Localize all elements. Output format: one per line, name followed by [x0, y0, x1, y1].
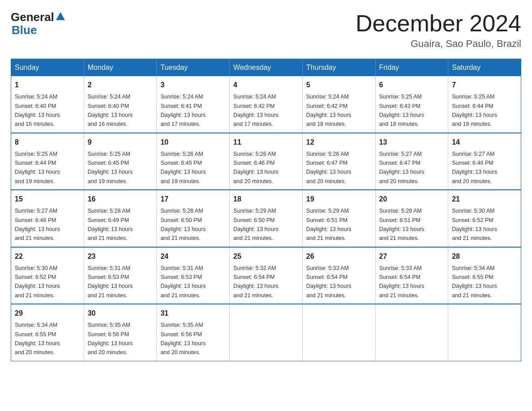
table-row: 31 Sunrise: 5:35 AM Sunset: 6:56 PM Dayl… [157, 304, 230, 361]
table-row: 5 Sunrise: 5:24 AM Sunset: 6:42 PM Dayli… [302, 76, 375, 133]
day-number: 8 [15, 137, 80, 148]
day-info: Sunrise: 5:29 AM Sunset: 6:51 PM Dayligh… [379, 208, 425, 241]
table-row: 9 Sunrise: 5:25 AM Sunset: 6:45 PM Dayli… [84, 133, 157, 190]
table-row: 20 Sunrise: 5:29 AM Sunset: 6:51 PM Dayl… [375, 190, 448, 247]
calendar-table: Sunday Monday Tuesday Wednesday Thursday… [11, 59, 521, 361]
day-info: Sunrise: 5:27 AM Sunset: 6:48 PM Dayligh… [452, 151, 497, 184]
table-row: 4 Sunrise: 5:24 AM Sunset: 6:42 PM Dayli… [230, 76, 303, 133]
table-row: 6 Sunrise: 5:25 AM Sunset: 6:43 PM Dayli… [375, 76, 448, 133]
col-tuesday: Tuesday [157, 59, 230, 77]
day-number: 17 [160, 194, 226, 205]
day-number: 4 [233, 80, 299, 90]
table-row [448, 304, 521, 361]
logo-general: General [11, 11, 54, 24]
day-info: Sunrise: 5:28 AM Sunset: 6:50 PM Dayligh… [160, 208, 206, 241]
day-info: Sunrise: 5:27 AM Sunset: 6:47 PM Dayligh… [379, 151, 425, 184]
day-number: 12 [306, 137, 372, 148]
day-number: 11 [233, 137, 299, 148]
day-info: Sunrise: 5:24 AM Sunset: 6:42 PM Dayligh… [306, 94, 352, 127]
table-row: 25 Sunrise: 5:32 AM Sunset: 6:54 PM Dayl… [230, 247, 303, 304]
day-number: 27 [379, 251, 445, 262]
day-number: 15 [15, 194, 80, 205]
page-header: General Blue December 2024 Guaira, Sao P… [11, 11, 521, 50]
day-number: 26 [306, 251, 372, 262]
day-info: Sunrise: 5:24 AM Sunset: 6:42 PM Dayligh… [233, 94, 279, 127]
table-row: 22 Sunrise: 5:30 AM Sunset: 6:52 PM Dayl… [11, 247, 84, 304]
table-row [375, 304, 448, 361]
day-number: 5 [306, 80, 372, 90]
day-info: Sunrise: 5:34 AM Sunset: 6:55 PM Dayligh… [452, 265, 497, 299]
day-number: 10 [160, 137, 226, 148]
table-row: 3 Sunrise: 5:24 AM Sunset: 6:41 PM Dayli… [157, 76, 230, 133]
table-row: 1 Sunrise: 5:24 AM Sunset: 6:40 PM Dayli… [11, 76, 84, 133]
table-row [230, 304, 303, 361]
day-info: Sunrise: 5:26 AM Sunset: 6:45 PM Dayligh… [160, 151, 206, 184]
day-number: 9 [88, 137, 153, 148]
table-row: 30 Sunrise: 5:35 AM Sunset: 6:56 PM Dayl… [84, 304, 157, 361]
day-number: 2 [88, 80, 153, 90]
table-row: 23 Sunrise: 5:31 AM Sunset: 6:53 PM Dayl… [84, 247, 157, 304]
day-info: Sunrise: 5:27 AM Sunset: 6:48 PM Dayligh… [15, 208, 60, 241]
table-row: 13 Sunrise: 5:27 AM Sunset: 6:47 PM Dayl… [375, 133, 448, 190]
day-info: Sunrise: 5:34 AM Sunset: 6:55 PM Dayligh… [15, 322, 60, 355]
day-info: Sunrise: 5:31 AM Sunset: 6:53 PM Dayligh… [88, 265, 133, 299]
day-number: 19 [306, 194, 372, 205]
table-row: 28 Sunrise: 5:34 AM Sunset: 6:55 PM Dayl… [448, 247, 521, 304]
day-info: Sunrise: 5:26 AM Sunset: 6:47 PM Dayligh… [306, 151, 352, 184]
table-row: 21 Sunrise: 5:30 AM Sunset: 6:52 PM Dayl… [448, 190, 521, 247]
day-info: Sunrise: 5:30 AM Sunset: 6:52 PM Dayligh… [452, 208, 497, 241]
day-info: Sunrise: 5:29 AM Sunset: 6:50 PM Dayligh… [233, 208, 279, 241]
day-info: Sunrise: 5:24 AM Sunset: 6:40 PM Dayligh… [88, 94, 133, 127]
month-title: December 2024 [356, 11, 521, 36]
calendar-week-row: 22 Sunrise: 5:30 AM Sunset: 6:52 PM Dayl… [11, 247, 521, 304]
day-info: Sunrise: 5:33 AM Sunset: 6:54 PM Dayligh… [306, 265, 352, 299]
location-subtitle: Guaira, Sao Paulo, Brazil [356, 38, 521, 50]
day-info: Sunrise: 5:31 AM Sunset: 6:53 PM Dayligh… [160, 265, 206, 299]
calendar-header-row: Sunday Monday Tuesday Wednesday Thursday… [11, 59, 521, 77]
table-row: 27 Sunrise: 5:33 AM Sunset: 6:54 PM Dayl… [375, 247, 448, 304]
day-number: 21 [452, 194, 517, 205]
day-info: Sunrise: 5:35 AM Sunset: 6:56 PM Dayligh… [88, 322, 133, 355]
table-row: 14 Sunrise: 5:27 AM Sunset: 6:48 PM Dayl… [448, 133, 521, 190]
day-number: 3 [160, 80, 226, 90]
logo-triangle-icon [56, 12, 65, 20]
day-number: 14 [452, 137, 517, 148]
col-sunday: Sunday [11, 59, 84, 77]
day-info: Sunrise: 5:35 AM Sunset: 6:56 PM Dayligh… [160, 322, 206, 355]
logo: General Blue [11, 11, 65, 36]
day-number: 1 [15, 80, 80, 90]
day-number: 29 [15, 308, 80, 319]
col-wednesday: Wednesday [230, 59, 303, 77]
day-info: Sunrise: 5:33 AM Sunset: 6:54 PM Dayligh… [379, 265, 425, 299]
logo-blue: Blue [12, 24, 65, 37]
day-number: 28 [452, 251, 517, 262]
day-info: Sunrise: 5:24 AM Sunset: 6:41 PM Dayligh… [160, 94, 206, 127]
day-number: 23 [88, 251, 153, 262]
calendar-week-row: 29 Sunrise: 5:34 AM Sunset: 6:55 PM Dayl… [11, 304, 521, 361]
table-row: 17 Sunrise: 5:28 AM Sunset: 6:50 PM Dayl… [157, 190, 230, 247]
day-number: 18 [233, 194, 299, 205]
day-info: Sunrise: 5:28 AM Sunset: 6:49 PM Dayligh… [88, 208, 133, 241]
col-saturday: Saturday [448, 59, 521, 77]
table-row: 8 Sunrise: 5:25 AM Sunset: 6:44 PM Dayli… [11, 133, 84, 190]
col-thursday: Thursday [302, 59, 375, 77]
day-info: Sunrise: 5:25 AM Sunset: 6:44 PM Dayligh… [452, 94, 497, 127]
calendar-week-row: 8 Sunrise: 5:25 AM Sunset: 6:44 PM Dayli… [11, 133, 521, 190]
day-info: Sunrise: 5:24 AM Sunset: 6:40 PM Dayligh… [15, 94, 60, 127]
day-info: Sunrise: 5:25 AM Sunset: 6:44 PM Dayligh… [15, 151, 60, 184]
table-row: 11 Sunrise: 5:26 AM Sunset: 6:46 PM Dayl… [230, 133, 303, 190]
title-area: December 2024 Guaira, Sao Paulo, Brazil [356, 11, 521, 50]
calendar-week-row: 15 Sunrise: 5:27 AM Sunset: 6:48 PM Dayl… [11, 190, 521, 247]
table-row: 18 Sunrise: 5:29 AM Sunset: 6:50 PM Dayl… [230, 190, 303, 247]
day-number: 13 [379, 137, 445, 148]
calendar-week-row: 1 Sunrise: 5:24 AM Sunset: 6:40 PM Dayli… [11, 76, 521, 133]
table-row: 26 Sunrise: 5:33 AM Sunset: 6:54 PM Dayl… [302, 247, 375, 304]
table-row: 7 Sunrise: 5:25 AM Sunset: 6:44 PM Dayli… [448, 76, 521, 133]
table-row: 24 Sunrise: 5:31 AM Sunset: 6:53 PM Dayl… [157, 247, 230, 304]
day-number: 22 [15, 251, 80, 262]
col-monday: Monday [84, 59, 157, 77]
day-info: Sunrise: 5:25 AM Sunset: 6:45 PM Dayligh… [88, 151, 133, 184]
day-number: 20 [379, 194, 445, 205]
day-number: 6 [379, 80, 445, 90]
day-info: Sunrise: 5:26 AM Sunset: 6:46 PM Dayligh… [233, 151, 279, 184]
